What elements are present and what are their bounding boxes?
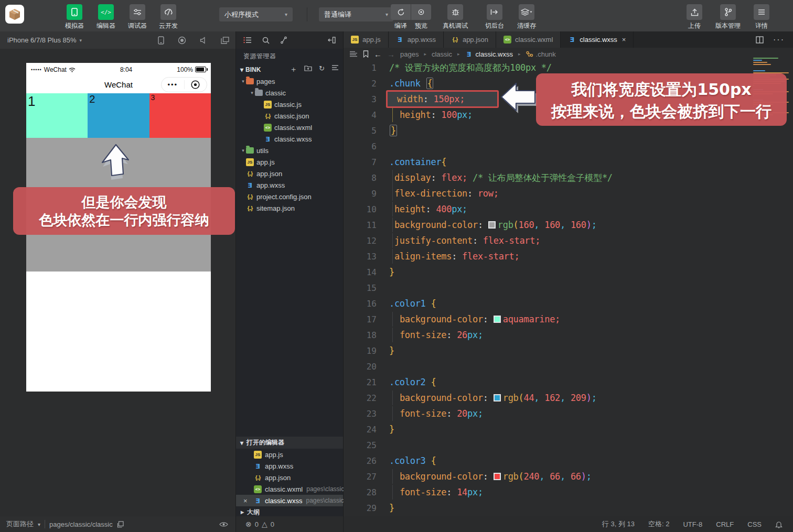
tree-item-classic.wxml[interactable]: <>classic.wxml [236,122,343,133]
expand-arrow[interactable]: ▾ [240,66,243,73]
home-circle-icon[interactable] [185,80,207,89]
background-switch-button[interactable]: 切后台 [482,4,507,30]
more-dots-icon[interactable]: ••• [162,81,184,89]
collapse-sidebar-icon[interactable] [328,37,336,44]
separate-window-icon[interactable] [221,37,229,44]
upload-button[interactable]: 上传 [680,4,709,30]
open-editor-app.wxss[interactable]: Ǝapp.wxss [236,460,343,472]
device-debug-button[interactable]: 真机调试 [443,4,468,30]
line-list-icon[interactable] [350,51,358,57]
navigate-forward-icon[interactable]: → [387,50,395,59]
breadcrumb-symbol[interactable]: .chunk [526,50,556,58]
toolbar-editor-button[interactable]: </> 编辑器 [91,4,121,30]
bell-icon[interactable] [775,520,783,528]
code-line-24[interactable]: 24} [344,421,793,437]
code-line-23[interactable]: 23 font-size: 20px; [344,406,793,421]
toolbar-debugger-button[interactable]: 调试器 [123,4,152,30]
expand-arrow[interactable]: ▾ [240,439,243,447]
page-path-selector[interactable]: 页面路径 [6,519,34,529]
bookmark-icon[interactable] [363,50,369,58]
more-actions-icon[interactable]: ··· [773,35,785,45]
tree-item-app.js[interactable]: JSapp.js [236,156,343,168]
code-line-27[interactable]: 27 background-color: rgb(240, 66, 66); [344,469,793,484]
tree-item-classic.wxss[interactable]: Ǝclassic.wxss [236,133,343,145]
tab-app.js[interactable]: JSapp.js [344,31,389,48]
new-folder-icon[interactable] [304,64,312,74]
code-line-11[interactable]: 11 background-color: rgb(160, 160, 160); [344,217,793,233]
explorer-list-icon[interactable] [243,37,252,44]
open-editor-classic.wxml[interactable]: <>classic.wxmlpages\classic [236,483,343,495]
color-swatch[interactable] [494,316,501,323]
code-line-6[interactable]: 6 [344,138,793,154]
tab-classic.wxml[interactable]: <>classic.wxml [496,31,561,48]
breadcrumb-file[interactable]: Ǝclassic.wxss [465,50,513,58]
encoding[interactable]: UTF-8 [683,520,702,528]
preview-button[interactable]: 预览 [411,4,431,30]
color-swatch[interactable] [488,221,496,229]
app-logo[interactable] [5,5,24,24]
code-line-22[interactable]: 22 background-color: rgb(44, 162, 209); [344,390,793,406]
toolbar-simulator-button[interactable]: 模拟器 [60,4,89,30]
code-line-20[interactable]: 20 [344,359,793,374]
tree-item-project.config.json[interactable]: {..}project.config.json [236,191,343,202]
device-selector[interactable]: iPhone 6/7/8 Plus 85% [7,36,77,44]
breadcrumb-classic[interactable]: classic [432,50,452,58]
code-line-26[interactable]: 26.color3 { [344,453,793,469]
code-line-29[interactable]: 29} [344,500,793,516]
tab-app.json[interactable]: {..}app.json [444,31,496,48]
close-icon[interactable]: × [243,497,248,505]
tree-item-sitemap.json[interactable]: {..}sitemap.json [236,202,343,214]
open-editor-app.js[interactable]: JSapp.js [236,449,343,460]
page-path-value[interactable]: pages/classic/classic [49,520,113,528]
copy-icon[interactable] [117,521,124,528]
code-line-25[interactable]: 25 [344,437,793,453]
code-line-7[interactable]: 7.container{ [344,154,793,170]
tree-item-classic.json[interactable]: {..}classic.json [236,110,343,122]
new-file-icon[interactable]: ＋ [290,64,297,74]
clear-cache-button[interactable]: 清缓存 [514,4,539,30]
tab-app.wxss[interactable]: Ǝapp.wxss [389,31,444,48]
compile-button[interactable]: 编译 [391,4,411,30]
search-icon[interactable] [262,37,270,44]
code-line-12[interactable]: 12 justify-content: flex-start; [344,233,793,248]
navigate-back-icon[interactable]: ← [374,50,382,59]
code-line-13[interactable]: 13 align-items: flex-start; [344,248,793,264]
code-line-8[interactable]: 8 display: flex; /* 让布局整体处于弹性盒子模型*/ [344,170,793,186]
problems-indicator[interactable]: ⊗ 0 △ 0 [236,516,344,532]
rotate-device-icon[interactable] [158,36,164,45]
capsule-menu[interactable]: ••• [161,77,207,92]
open-editor-classic.wxss[interactable]: ×Ǝclassic.wxsspages\classic [236,495,343,506]
code-line-15[interactable]: 15 [344,280,793,296]
project-root-row[interactable]: ▾ BINK ＋ ↻ [236,63,343,75]
tree-item-app.json[interactable]: {..}app.json [236,168,343,179]
code-line-19[interactable]: 19} [344,343,793,359]
code-line-16[interactable]: 16.color1 { [344,296,793,311]
code-line-14[interactable]: 14} [344,264,793,280]
tab-classic.wxss[interactable]: Ǝclassic.wxss× [561,31,634,48]
code-line-10[interactable]: 10 height: 400px; [344,201,793,217]
tree-item-utils[interactable]: ▾utils [236,145,343,156]
tree-item-app.wxss[interactable]: Ǝapp.wxss [236,179,343,191]
eye-icon[interactable] [219,522,228,527]
collapse-all-icon[interactable] [331,64,339,74]
tree-item-classic.js[interactable]: JSclassic.js [236,99,343,110]
refresh-icon[interactable]: ↻ [319,64,325,74]
code-area[interactable]: 1/* 设置方块的宽度和高度都为100px */2.chunk {3width:… [344,60,793,501]
breadcrumb-pages[interactable]: pages [400,50,419,58]
code-line-21[interactable]: 21.color2 { [344,374,793,390]
details-button[interactable]: 详情 [747,4,776,30]
split-editor-icon[interactable] [756,36,764,44]
version-control-button[interactable]: 版本管理 [710,4,746,30]
language-mode[interactable]: CSS [747,520,762,528]
cursor-position[interactable]: 行 3, 列 13 [602,519,635,529]
open-editor-app.json[interactable]: {..}app.json [236,472,343,483]
indent-setting[interactable]: 空格: 2 [648,519,669,529]
open-editors-header[interactable]: ▾ 打开的编辑器 [236,437,343,449]
tree-item-classic[interactable]: ▾classic [236,87,343,99]
code-line-28[interactable]: 28 font-size: 14px; [344,484,793,500]
code-line-18[interactable]: 18 font-size: 26px; [344,327,793,343]
collapse-arrow[interactable]: ▸ [241,508,244,516]
tree-item-pages[interactable]: ▾pages [236,75,343,87]
compile-mode-dropdown[interactable]: 普通编译 ▾ [319,7,393,21]
mode-dropdown[interactable]: 小程序模式 ▾ [219,7,293,21]
